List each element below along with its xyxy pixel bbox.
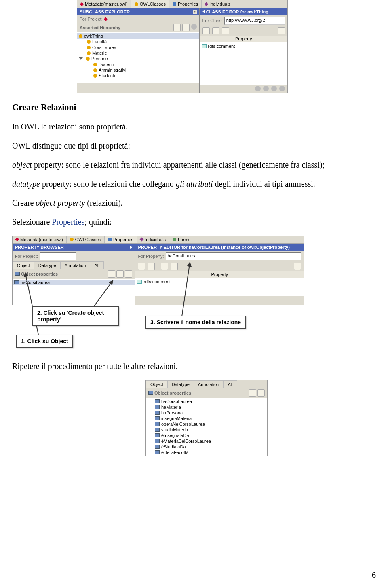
class-icon	[93, 63, 97, 66]
callout-2: 2. Click su 'Create object property'	[32, 306, 119, 326]
class-editor-header: CLASS EDITOR for owl:Thing	[200, 8, 287, 15]
toolbar-icon[interactable]	[138, 263, 145, 270]
property-item[interactable]: studiaMateria	[146, 427, 267, 433]
property-name-field[interactable]: haCorsiLaurea	[166, 252, 301, 260]
tab-properties[interactable]: Properties	[169, 0, 202, 8]
subtab-datatype[interactable]: Datatype	[167, 380, 194, 388]
heading-creare-relazioni: Creare Relazioni	[12, 101, 376, 113]
property-item[interactable]: haPersona	[146, 410, 267, 416]
toolbar-icon[interactable]	[173, 24, 181, 31]
back-icon[interactable]	[202, 9, 205, 13]
tab-owlclasses[interactable]: OWLClasses	[131, 0, 169, 8]
toolbar-icon[interactable]	[279, 86, 285, 91]
toolbar-icon[interactable]	[222, 27, 229, 34]
property-item[interactable]: haCorsoLaurea	[146, 399, 267, 404]
toolbar-icon[interactable]	[182, 24, 190, 31]
property-list[interactable]: haCorsoLaureahaMateriahaPersonainsegnaMa…	[146, 398, 267, 456]
toolbar-icon[interactable]	[191, 24, 197, 30]
toolbar-icon[interactable]	[278, 27, 285, 34]
property-item[interactable]: èStudiataDa	[146, 444, 267, 450]
subtab-object[interactable]: Object	[13, 261, 34, 269]
subtab-annotation[interactable]: Annotation	[194, 380, 224, 388]
tree-item[interactable]: Studenti	[77, 73, 199, 79]
tab-metadata[interactable]: Metadata(master.owl)	[77, 0, 131, 8]
diamond-icon	[205, 2, 209, 6]
toolbar-icon[interactable]	[116, 270, 124, 278]
class-uri-field[interactable]: http://www.w3.org/2	[224, 17, 285, 25]
class-tree[interactable]: owl:Thing Facoltà CorsiLaurea Materie Pe…	[77, 32, 199, 83]
object-property-icon	[155, 411, 160, 415]
tab-individuals[interactable]: Individuals	[202, 0, 234, 8]
toolbar-icon[interactable]	[257, 389, 265, 397]
toolbar-icon[interactable]	[294, 263, 301, 270]
object-properties-label: Object properties	[21, 272, 58, 276]
expand-icon[interactable]	[79, 57, 83, 60]
object-properties-label: Object properties	[154, 391, 191, 395]
rdfs-comment-row[interactable]: rdfs:comment	[135, 279, 304, 284]
tab-row-1: Metadata(master.owl) OWLClasses Properti…	[77, 0, 287, 8]
toolbar-icon[interactable]	[202, 27, 210, 34]
diamond-icon	[103, 17, 108, 21]
subtab-annotation[interactable]: Annotation	[60, 261, 91, 269]
callout-1: 1. Click su Object	[16, 335, 73, 348]
subtab-all[interactable]: All	[90, 261, 103, 269]
diamond-icon	[140, 238, 144, 242]
tree-item[interactable]: CorsiLaurea	[77, 45, 199, 50]
subtab-datatype[interactable]: Datatype	[34, 261, 61, 269]
paragraph: OWL distingue due tipi di proprietà:	[12, 140, 376, 151]
for-project-row: For Project:	[77, 15, 199, 23]
rdfs-comment-row[interactable]: rdfs:comment	[200, 43, 287, 49]
subtab-all[interactable]: All	[223, 380, 237, 388]
create-object-property-icon[interactable]	[108, 270, 115, 278]
toolbar-icon[interactable]	[125, 270, 132, 278]
tree-item[interactable]: Materie	[77, 50, 199, 56]
toolbar-icon[interactable]	[255, 86, 261, 91]
for-class-row: For Class: http://www.w3.org/2	[200, 15, 287, 26]
property-item[interactable]: operaNelCorsoLaurea	[146, 421, 267, 427]
property-item[interactable]: éDellaFacoltà	[146, 450, 267, 455]
collapse-icon[interactable]: ▫	[193, 10, 196, 14]
tree-item[interactable]: Amministrativi	[77, 67, 199, 73]
property-item[interactable]: haMateria	[146, 404, 267, 410]
object-property-icon	[148, 391, 153, 395]
toolbar-icon[interactable]	[212, 27, 219, 34]
paragraph: object property: sono le relazioni fra i…	[12, 159, 376, 170]
property-item[interactable]: insegnaMateria	[146, 416, 267, 421]
tab-owlclasses[interactable]: OWLClasses	[67, 236, 105, 243]
property-item[interactable]: èInsegnataDa	[146, 433, 267, 438]
tab-individuals[interactable]: Individuals	[137, 236, 169, 243]
class-icon	[86, 57, 90, 61]
toolbar-icon[interactable]	[171, 263, 178, 270]
property-column-header: Property	[135, 271, 304, 278]
paragraph: In OWL le relazioni sono proprietà.	[12, 121, 376, 132]
annotation-icon	[202, 44, 207, 48]
toolbar-icon[interactable]	[148, 263, 155, 270]
tab-forms[interactable]: Forms	[169, 236, 194, 243]
property-item[interactable]: haCorsiLaurea	[13, 280, 135, 285]
object-property-icon	[155, 433, 160, 437]
tab-metadata[interactable]: Metadata(master.owl)	[13, 236, 67, 243]
toolbar-icon[interactable]	[263, 86, 269, 91]
callout-3: 3. Scrivere il nome della relazione	[146, 316, 246, 329]
toolbar-icon[interactable]	[161, 263, 168, 270]
screenshot-2: Metadata(master.owl) OWLClasses Properti…	[12, 236, 304, 305]
tree-item[interactable]: Persone	[77, 56, 199, 62]
circle-icon	[70, 238, 74, 241]
subtab-object[interactable]: Object	[146, 380, 168, 388]
object-property-icon	[155, 399, 160, 403]
subclass-explorer-header: SUBCLASS EXPLORER ▫	[77, 8, 199, 15]
tree-item[interactable]: Facoltà	[77, 39, 199, 45]
screenshot-1: Metadata(master.owl) OWLClasses Properti…	[77, 0, 288, 93]
tree-item-thing[interactable]: owl:Thing	[77, 33, 199, 39]
circle-icon	[135, 2, 138, 6]
tab-properties[interactable]: Properties	[105, 236, 137, 243]
property-editor-header: PROPERTY EDITOR for haCorsiLaurea (insta…	[135, 244, 304, 251]
toolbar-icon[interactable]	[271, 86, 277, 91]
class-icon	[87, 51, 91, 55]
object-property-icon	[15, 272, 20, 276]
tree-item[interactable]: Docenti	[77, 62, 199, 67]
property-item[interactable]: èMateriaDelCorsoLaurea	[146, 438, 267, 444]
paragraph: Creare object property (relazioni).	[12, 197, 376, 208]
collapse-icon[interactable]	[130, 245, 132, 249]
toolbar-icon[interactable]	[249, 389, 256, 397]
